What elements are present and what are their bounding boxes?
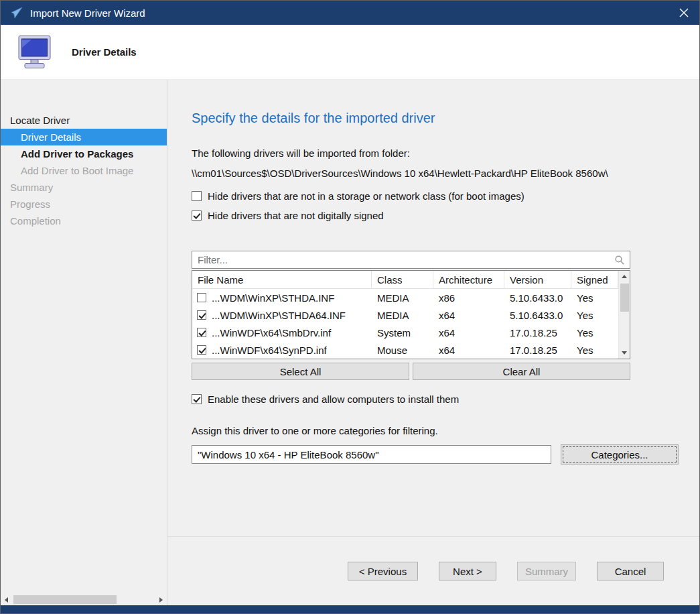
class-cell: Mouse	[372, 345, 433, 356]
row-checkbox[interactable]	[197, 293, 206, 302]
computer-monitor-icon	[17, 35, 56, 70]
wizard-header: Driver Details	[1, 25, 699, 80]
version-cell: 5.10.6433.0	[504, 310, 571, 321]
next-button[interactable]: Next >	[439, 562, 496, 580]
scroll-right-icon[interactable]	[155, 594, 167, 605]
selection-buttons: Select All Clear All	[192, 363, 630, 380]
page-title: Driver Details	[72, 46, 137, 58]
enable-drivers-checkbox[interactable]	[192, 394, 202, 404]
wizard-body: Locate Driver Driver Details Add Driver …	[1, 80, 699, 605]
select-all-button[interactable]: Select All	[192, 363, 409, 380]
file-name-cell: ...WinWDF\x64\SmbDrv.inf	[212, 327, 331, 339]
filter-input[interactable]	[192, 251, 614, 268]
filter-box	[192, 251, 630, 269]
sidebar-item-add-driver-packages[interactable]: Add Driver to Packages	[1, 145, 167, 162]
bottom-accent-strip	[1, 605, 699, 613]
assign-categories-label: Assign this driver to one or more catego…	[192, 425, 699, 436]
summary-button: Summary	[517, 562, 576, 580]
category-input[interactable]	[192, 445, 551, 464]
file-name-cell: ...WDM\WinXP\STHDA.INF	[212, 292, 334, 304]
version-cell: 17.0.18.25	[504, 345, 571, 356]
hide-unsigned-checkbox[interactable]	[192, 210, 202, 221]
content-heading: Specify the details for the imported dri…	[192, 111, 699, 126]
table-row[interactable]: ...WinWDF\x64\SmbDrv.inf System x64 17.0…	[192, 324, 618, 341]
sidebar-item-driver-details[interactable]: Driver Details	[1, 129, 167, 145]
column-header-file-name[interactable]: File Name	[192, 271, 372, 288]
wizard-app-icon	[10, 6, 23, 19]
close-button[interactable]	[669, 1, 699, 25]
table-scrollbar-thumb[interactable]	[620, 284, 629, 312]
table-header: File Name Class Architecture Version Sig…	[192, 271, 618, 289]
sidebar-item-progress: Progress	[1, 196, 167, 212]
category-row: Categories...	[192, 444, 699, 465]
table-row[interactable]: ...WinWDF\x64\SynPD.inf Mouse x64 17.0.1…	[192, 341, 618, 359]
row-checkbox[interactable]	[197, 310, 206, 320]
sidebar-item-locate-driver[interactable]: Locate Driver	[1, 112, 167, 129]
clear-all-button[interactable]: Clear All	[413, 363, 630, 380]
search-icon	[614, 255, 625, 265]
previous-button[interactable]: < Previous	[348, 562, 418, 580]
architecture-cell: x64	[433, 345, 504, 356]
column-header-class[interactable]: Class	[372, 271, 433, 288]
version-cell: 17.0.18.25	[504, 327, 571, 339]
categories-button[interactable]: Categories...	[561, 444, 679, 465]
column-header-architecture[interactable]: Architecture	[433, 271, 504, 288]
column-header-signed[interactable]: Signed	[571, 271, 618, 288]
wizard-steps-sidebar: Locate Driver Driver Details Add Driver …	[1, 80, 167, 605]
sidebar-item-summary: Summary	[1, 179, 167, 196]
scroll-down-icon[interactable]	[619, 347, 630, 359]
wizard-page-content: Specify the details for the imported dri…	[167, 80, 699, 605]
footer-buttons: < Previous Next > Summary Cancel	[192, 537, 699, 605]
row-checkbox[interactable]	[197, 328, 206, 337]
class-cell: MEDIA	[372, 310, 433, 321]
close-icon	[679, 8, 689, 17]
import-folder-label: The following drivers will be imported f…	[192, 147, 699, 159]
hide-unsigned-checkbox-label: Hide drivers that are not digitally sign…	[208, 210, 384, 221]
class-cell: MEDIA	[372, 292, 433, 304]
hide-storage-checkbox-label: Hide drivers that are not in a storage o…	[208, 190, 524, 202]
table-vertical-scrollbar[interactable]	[618, 271, 630, 359]
window-title: Import New Driver Wizard	[30, 7, 145, 19]
row-checkbox[interactable]	[197, 345, 206, 355]
file-name-cell: ...WDM\WinXP\STHDA64.INF	[212, 310, 346, 321]
titlebar: Import New Driver Wizard	[1, 1, 699, 25]
enable-drivers-checkbox-label: Enable these drivers and allow computers…	[208, 393, 459, 405]
table-row[interactable]: ...WDM\WinXP\STHDA64.INF MEDIA x64 5.10.…	[192, 306, 618, 324]
architecture-cell: x64	[433, 310, 504, 321]
hide-storage-checkbox-row[interactable]: Hide drivers that are not in a storage o…	[192, 190, 699, 202]
column-header-version[interactable]: Version	[504, 271, 571, 288]
table-row[interactable]: ...WDM\WinXP\STHDA.INF MEDIA x86 5.10.64…	[192, 289, 618, 306]
enable-drivers-checkbox-row[interactable]: Enable these drivers and allow computers…	[192, 393, 699, 405]
wizard-step-list: Locate Driver Driver Details Add Driver …	[1, 80, 167, 594]
sidebar-horizontal-scrollbar[interactable]	[1, 594, 167, 605]
sidebar-scrollbar-thumb[interactable]	[13, 595, 117, 604]
signed-cell: Yes	[571, 327, 618, 339]
drivers-table: File Name Class Architecture Version Sig…	[192, 270, 630, 359]
scroll-left-icon[interactable]	[1, 594, 12, 605]
signed-cell: Yes	[571, 345, 618, 356]
signed-cell: Yes	[571, 310, 618, 321]
class-cell: System	[372, 327, 433, 339]
version-cell: 5.10.6433.0	[504, 292, 571, 304]
hide-unsigned-checkbox-row[interactable]: Hide drivers that are not digitally sign…	[192, 210, 699, 221]
import-driver-wizard-window: Import New Driver Wizard Driver Details …	[0, 0, 700, 614]
sidebar-item-add-driver-boot-image: Add Driver to Boot Image	[1, 162, 167, 179]
architecture-cell: x64	[433, 327, 504, 339]
architecture-cell: x86	[433, 292, 504, 304]
signed-cell: Yes	[571, 292, 618, 304]
file-name-cell: ...WinWDF\x64\SynPD.inf	[212, 345, 327, 356]
scroll-up-icon[interactable]	[619, 271, 630, 282]
cancel-button[interactable]: Cancel	[597, 562, 664, 580]
sidebar-scrollbar-track[interactable]	[12, 594, 155, 605]
sidebar-item-completion: Completion	[1, 212, 167, 229]
import-folder-path: \\cm01\Sources$\OSD\DriverSources\Window…	[192, 168, 699, 179]
hide-storage-checkbox[interactable]	[192, 191, 202, 201]
